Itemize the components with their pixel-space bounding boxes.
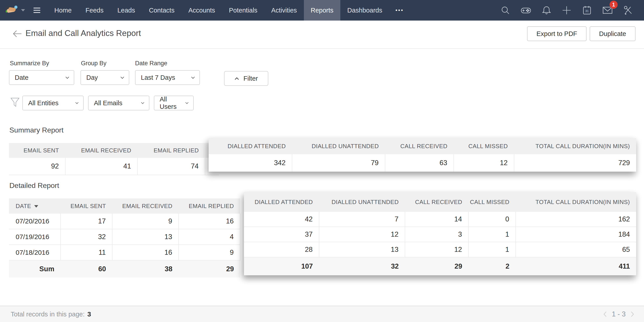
date-cell: 07/18/2016 xyxy=(9,245,60,260)
duplicate-button[interactable]: Duplicate xyxy=(590,26,636,41)
col-email-received[interactable]: EMAIL RECEIVED xyxy=(112,198,179,214)
entity-filter-value: All Entities xyxy=(28,99,58,107)
col-date-sortable[interactable]: DATE xyxy=(9,198,60,214)
col-email-sent: EMAIL SENT xyxy=(9,143,65,158)
nav-item-reports[interactable]: Reports xyxy=(304,0,340,20)
next-page-icon[interactable] xyxy=(630,311,634,317)
entity-filter-select[interactable]: All Entities xyxy=(22,96,84,110)
summary-email-table: EMAIL SENT EMAIL RECEIVED EMAIL REPLIED … xyxy=(9,143,219,175)
email-sent-sum: 60 xyxy=(60,260,112,278)
email-received-cell: 9 xyxy=(112,214,179,229)
col-call-received[interactable]: CALL RECEIVED xyxy=(405,192,468,212)
col-email-replied[interactable]: EMAIL REPLIED xyxy=(179,198,240,214)
call-received-cell: 14 xyxy=(405,212,468,227)
table-row: 37 12 3 1 184 xyxy=(244,227,636,242)
col-dialled-attended: DIALLED ATTENDED xyxy=(209,138,292,154)
chevron-up-icon xyxy=(234,77,239,80)
col-email-sent[interactable]: EMAIL SENT xyxy=(60,198,112,214)
call-duration-cell: 184 xyxy=(516,227,636,242)
nav-item-home[interactable]: Home xyxy=(48,0,78,20)
table-row: 92 41 74 xyxy=(9,158,219,175)
handshake-logo-icon xyxy=(5,5,18,16)
search-icon[interactable] xyxy=(500,5,510,15)
col-email-received: EMAIL RECEIVED xyxy=(65,143,138,158)
date-range-select[interactable]: Last 7 Days xyxy=(135,70,200,85)
nav-item-leads[interactable]: Leads xyxy=(110,0,142,20)
table-row: 28 13 12 1 65 xyxy=(244,242,636,257)
filter-toggle-button[interactable]: Filter xyxy=(224,71,268,86)
total-call-duration-total: 729 xyxy=(514,154,636,172)
email-received-cell: 13 xyxy=(112,229,179,245)
email-filter-select[interactable]: All Emails xyxy=(88,96,149,110)
email-sent-total: 92 xyxy=(9,158,65,175)
calendar-icon[interactable]: 31 xyxy=(582,5,592,15)
call-missed-sum: 2 xyxy=(468,257,516,275)
group-by-select[interactable]: Day xyxy=(80,70,129,85)
header-actions: Export to PDF Duplicate xyxy=(527,26,636,41)
page-title: Email and Call Analytics Report xyxy=(26,28,141,38)
dialled-unattended-cell: 7 xyxy=(319,212,405,227)
dialled-unattended-total: 79 xyxy=(292,154,385,172)
back-arrow-icon[interactable] xyxy=(11,29,22,38)
prev-page-icon[interactable] xyxy=(603,311,607,317)
chevron-down-icon xyxy=(75,102,79,104)
funnel-icon xyxy=(10,97,20,107)
nav-item-activities[interactable]: Activities xyxy=(264,0,304,20)
table-header-row: DATE EMAIL SENT EMAIL RECEIVED EMAIL REP… xyxy=(9,198,240,214)
detailed-call-table: DIALLED ATTENDED DIALLED UNATTENDED CALL… xyxy=(244,192,636,275)
dialled-attended-sum: 107 xyxy=(244,257,319,275)
dialled-unattended-cell: 13 xyxy=(319,242,405,257)
table-header-row: EMAIL SENT EMAIL RECEIVED EMAIL REPLIED xyxy=(9,143,219,158)
col-total-call-duration[interactable]: TOTAL CALL DURATION(IN MINS) xyxy=(516,192,636,212)
page-range: 1 - 3 xyxy=(612,310,626,318)
dialled-attended-total: 342 xyxy=(209,154,292,172)
table-row: 07/19/2016 32 13 4 xyxy=(9,229,240,245)
chevron-down-icon xyxy=(120,76,124,79)
app-logo[interactable] xyxy=(5,5,25,16)
mail-badge: 1 xyxy=(610,1,618,9)
col-total-call-duration: TOTAL CALL DURATION(IN MINS) xyxy=(514,138,636,154)
email-sent-cell: 17 xyxy=(60,214,112,229)
total-records: Total records in this page: 3 xyxy=(11,310,91,318)
summarize-by-select[interactable]: Date xyxy=(9,70,74,85)
dialled-attended-cell: 28 xyxy=(244,242,319,257)
summary-call-table-panel: DIALLED ATTENDED DIALLED UNATTENDED CALL… xyxy=(209,138,636,172)
bell-icon[interactable] xyxy=(542,5,552,15)
col-dialled-attended[interactable]: DIALLED ATTENDED xyxy=(244,192,319,212)
footer-bar: Total records in this page: 3 1 - 3 xyxy=(0,306,644,322)
summarize-by-value: Date xyxy=(15,74,28,81)
col-call-missed[interactable]: CALL MISSED xyxy=(468,192,516,212)
call-missed-cell: 1 xyxy=(468,227,516,242)
tools-icon[interactable] xyxy=(623,5,633,15)
table-row: 42 7 14 0 162 xyxy=(244,212,636,227)
col-call-missed: CALL MISSED xyxy=(454,138,514,154)
detailed-report-title: Detailed Report xyxy=(10,181,59,190)
user-filter-select[interactable]: All Users xyxy=(154,96,194,110)
hamburger-menu-icon[interactable] xyxy=(33,7,41,13)
nav-item-dashboards[interactable]: Dashboards xyxy=(340,0,389,20)
col-dialled-unattended: DIALLED UNATTENDED xyxy=(292,138,385,154)
top-nav: Home Feeds Leads Contacts Accounts Poten… xyxy=(0,0,644,20)
email-filter-value: All Emails xyxy=(94,99,122,107)
call-received-cell: 3 xyxy=(405,227,468,242)
email-sent-cell: 11 xyxy=(60,245,112,260)
nav-item-potentials[interactable]: Potentials xyxy=(222,0,264,20)
sum-row: Sum 60 38 29 xyxy=(9,260,240,278)
plus-icon[interactable] xyxy=(562,5,572,15)
nav-item-contacts[interactable]: Contacts xyxy=(142,0,181,20)
logo-caret-icon xyxy=(21,9,25,11)
nav-item-accounts[interactable]: Accounts xyxy=(181,0,222,20)
sum-label: Sum xyxy=(9,260,60,278)
nav-more-button[interactable]: ••• xyxy=(389,0,410,20)
col-dialled-unattended[interactable]: DIALLED UNATTENDED xyxy=(319,192,405,212)
dialled-attended-cell: 37 xyxy=(244,227,319,242)
date-cell: 07/19/2016 xyxy=(9,229,60,245)
gamepad-icon[interactable] xyxy=(520,5,531,15)
export-to-pdf-button[interactable]: Export to PDF xyxy=(527,26,586,41)
nav-item-feeds[interactable]: Feeds xyxy=(78,0,110,20)
page-header: Email and Call Analytics Report Export t… xyxy=(0,20,644,49)
nav-icon-bar: 31 1 xyxy=(500,5,644,15)
email-sent-cell: 32 xyxy=(60,229,112,245)
mail-icon[interactable]: 1 xyxy=(602,5,613,15)
call-received-total: 63 xyxy=(385,154,454,172)
